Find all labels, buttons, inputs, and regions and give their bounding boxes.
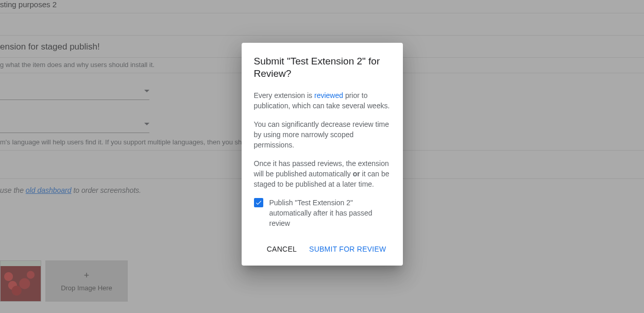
modal-overlay[interactable]: Submit "Test Extension 2" for Review? Ev… bbox=[0, 0, 644, 313]
dialog-title: Submit "Test Extension 2" for Review? bbox=[254, 55, 391, 80]
submit-review-dialog: Submit "Test Extension 2" for Review? Ev… bbox=[242, 43, 403, 266]
auto-publish-checkbox[interactable] bbox=[254, 198, 263, 207]
dialog-actions: CANCEL SUBMIT FOR REVIEW bbox=[254, 241, 391, 257]
submit-button[interactable]: SUBMIT FOR REVIEW bbox=[305, 241, 390, 257]
reviewed-link[interactable]: reviewed bbox=[314, 91, 343, 100]
cancel-button[interactable]: CANCEL bbox=[263, 241, 301, 257]
auto-publish-label: Publish "Test Extension 2" automatically… bbox=[269, 197, 391, 228]
dialog-body: Every extension is reviewed prior to pub… bbox=[254, 90, 391, 228]
check-icon bbox=[255, 199, 262, 206]
